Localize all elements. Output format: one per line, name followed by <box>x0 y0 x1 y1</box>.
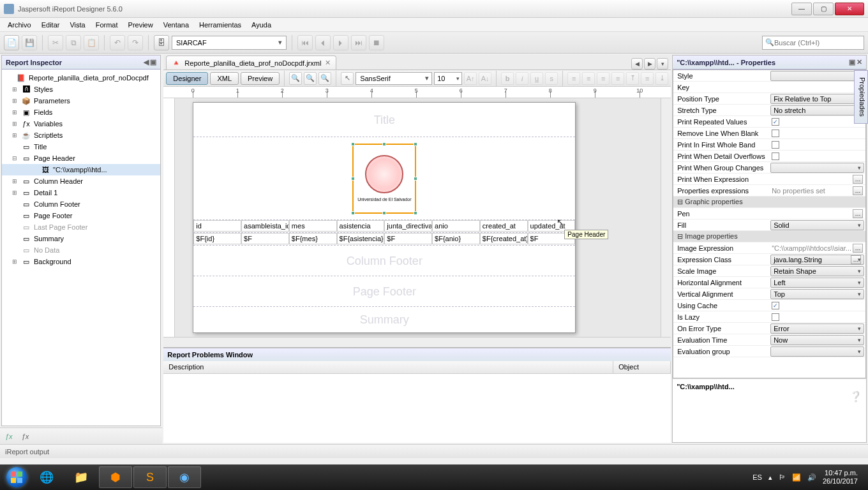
close-button[interactable]: ✕ <box>835 3 864 15</box>
copy-icon[interactable]: ⧉ <box>66 35 81 50</box>
zoom-fit-icon[interactable]: 🔍 <box>318 72 331 85</box>
prop-row[interactable]: FillSolid <box>673 219 865 231</box>
prop-row[interactable]: Stretch TypeNo stretch <box>673 105 865 116</box>
tray-chevron-icon[interactable]: ▴ <box>768 473 772 482</box>
tab-list-icon[interactable]: ▾ <box>657 58 668 70</box>
pointer-icon[interactable]: ↖ <box>341 72 354 85</box>
image-element-selected[interactable]: Universidad de El Salvador <box>352 144 416 214</box>
stop-icon[interactable]: ⏹ <box>369 35 384 50</box>
task-sublime[interactable]: S <box>133 466 167 488</box>
prop-row[interactable]: Expression Classjava.lang.String… <box>673 254 865 265</box>
save-icon[interactable]: 💾 <box>22 35 37 50</box>
tree-node[interactable]: ▭Column Footer <box>2 198 160 210</box>
properties-grid[interactable]: StyleKeyPosition TypeFix Relative to Top… <box>673 70 866 378</box>
zoom-out-icon[interactable]: 🔍 <box>304 72 317 85</box>
datasource-combo[interactable]: SIARCAF <box>172 36 287 50</box>
task-ireport[interactable]: ◉ <box>168 466 201 488</box>
prop-row[interactable]: Using Cache✓ <box>673 300 865 311</box>
skip-prev-icon[interactable]: ⏮ <box>297 35 313 50</box>
prop-row[interactable]: Is Lazy <box>673 311 865 323</box>
prop-section[interactable]: ⊟ Image properties <box>673 231 865 242</box>
tab-nav-left-icon[interactable]: ◀ <box>631 58 643 70</box>
menu-herramientas[interactable]: Herramientas <box>194 19 246 31</box>
fx-icon[interactable]: ƒx <box>5 433 13 440</box>
scrollbar-vertical[interactable] <box>661 98 671 337</box>
menu-archivo[interactable]: Archivo <box>3 19 36 31</box>
tree-node[interactable]: ▭Page Footer <box>2 210 160 221</box>
prop-row[interactable]: Print Repeated Values✓ <box>673 116 865 128</box>
size-combo[interactable]: 10 <box>434 72 462 85</box>
italic-icon[interactable]: i <box>516 72 528 85</box>
tree-node[interactable]: ⊞▣Fields <box>2 107 160 118</box>
detail-field-cell[interactable]: $F <box>384 233 432 244</box>
tray-flag-icon[interactable]: 🏳 <box>779 473 786 481</box>
tree-node[interactable]: ⊞▭Background <box>2 256 160 267</box>
zoom-in-icon[interactable]: 🔍 <box>289 72 302 85</box>
detail-field-cell[interactable]: $F{mes} <box>289 233 337 244</box>
tree-node[interactable]: ⊞ƒxVariables <box>2 118 160 130</box>
menu-ventana[interactable]: Ventana <box>158 19 194 31</box>
font-combo[interactable]: SansSerif <box>355 72 432 85</box>
col-description[interactable]: Description <box>163 361 613 373</box>
detail-field-cell[interactable]: $F{id} <box>193 233 241 244</box>
menu-vista[interactable]: Vista <box>64 19 90 31</box>
tree-node[interactable]: ▭No Data <box>2 244 160 256</box>
inspector-tree[interactable]: 📕Reporte_planilla_dieta_prof_noDocpdf ⊞🅰… <box>2 70 160 426</box>
datasource-icon[interactable]: 🗄 <box>154 35 169 50</box>
mode-xml[interactable]: XML <box>210 72 239 85</box>
mode-preview[interactable]: Preview <box>241 72 280 85</box>
minimize-button[interactable]: — <box>791 3 812 15</box>
prop-row[interactable]: Horizontal AlignmentLeft <box>673 277 865 288</box>
band-detail[interactable]: $F{id}$F$F{mes}$F{asistencia}$F$F{anio}$… <box>193 233 575 246</box>
prop-row[interactable]: Evaluation TimeNow <box>673 334 865 346</box>
tree-node[interactable]: ⊞📦Parameters <box>2 95 160 107</box>
prev-icon[interactable]: ⏴ <box>315 35 331 50</box>
prop-row[interactable]: Style <box>673 70 865 82</box>
tray-network-icon[interactable]: 📶 <box>792 473 801 482</box>
tree-root[interactable]: 📕Reporte_planilla_dieta_prof_noDocpdf <box>2 72 160 84</box>
new-file-icon[interactable]: 📄 <box>4 35 19 50</box>
prop-section[interactable]: ⊟ Graphic properties <box>673 197 865 208</box>
tree-node-selected[interactable]: 🖼"C:\\xampp\\htd... <box>2 164 160 175</box>
column-header-cell[interactable]: asambleista_id <box>241 220 289 232</box>
prop-row[interactable]: Position TypeFix Relative to Top <box>673 93 865 105</box>
prop-row[interactable]: Remove Line When Blank <box>673 128 865 139</box>
tab-close-icon[interactable]: ✕ <box>325 59 331 67</box>
design-canvas[interactable]: Title Universidad de El Salvador idasamb… <box>175 98 661 337</box>
tree-node[interactable]: ⊞☕Scriptlets <box>2 130 160 141</box>
band-column-footer[interactable]: Column Footer <box>193 246 575 276</box>
editor-tab[interactable]: 🔺 Reporte_planilla_dieta_prof_noDocpdf.j… <box>166 56 336 70</box>
maximize-button[interactable]: ▢ <box>813 3 834 15</box>
band-page-header[interactable]: Universidad de El Salvador <box>193 137 575 220</box>
search-box[interactable]: 🔍 <box>762 36 864 50</box>
undo-icon[interactable]: ↶ <box>110 35 125 50</box>
band-column-header[interactable]: idasambleista_idmesasistenciajunta_direc… <box>193 220 575 233</box>
task-xampp[interactable]: ⬢ <box>99 466 132 488</box>
align-left-icon[interactable]: ≡ <box>567 72 580 85</box>
valign-mid-icon[interactable]: ≡ <box>641 72 654 85</box>
band-summary[interactable]: Summary <box>193 307 575 332</box>
mode-designer[interactable]: Designer <box>166 72 208 85</box>
side-tab-propiedades[interactable]: Propiedades <box>854 70 868 124</box>
underline-icon[interactable]: u <box>530 72 543 85</box>
prop-row[interactable]: Image Expression"C:\\xampp\\htdocs\\siar… <box>673 242 865 254</box>
tab-nav-right-icon[interactable]: ▶ <box>644 58 655 70</box>
tray-clock[interactable]: 10:47 p.m. 26/10/2017 <box>823 469 858 486</box>
cut-icon[interactable]: ✂ <box>48 35 63 50</box>
panel-close-icon[interactable]: ▣ <box>150 58 156 66</box>
skip-next-icon[interactable]: ⏭ <box>351 35 366 50</box>
prop-row[interactable]: On Error TypeError <box>673 323 865 334</box>
start-button[interactable] <box>4 464 29 490</box>
prop-row[interactable]: Vertical AlignmentTop <box>673 288 865 300</box>
prop-row[interactable]: Scale ImageRetain Shape <box>673 265 865 277</box>
help-icon[interactable]: ❔ <box>849 390 862 403</box>
tray-volume-icon[interactable]: 🔊 <box>807 473 816 482</box>
align-right-icon[interactable]: ≡ <box>597 72 610 85</box>
valign-top-icon[interactable]: ⤒ <box>626 72 639 85</box>
prop-row[interactable]: Properties expressionsNo properties set… <box>673 185 865 197</box>
bold-icon[interactable]: b <box>501 72 514 85</box>
align-justify-icon[interactable]: ≡ <box>611 72 624 85</box>
column-header-cell[interactable]: asistencia <box>337 220 385 232</box>
column-header-cell[interactable]: id <box>193 220 241 232</box>
prop-row[interactable]: Pen… <box>673 208 865 219</box>
